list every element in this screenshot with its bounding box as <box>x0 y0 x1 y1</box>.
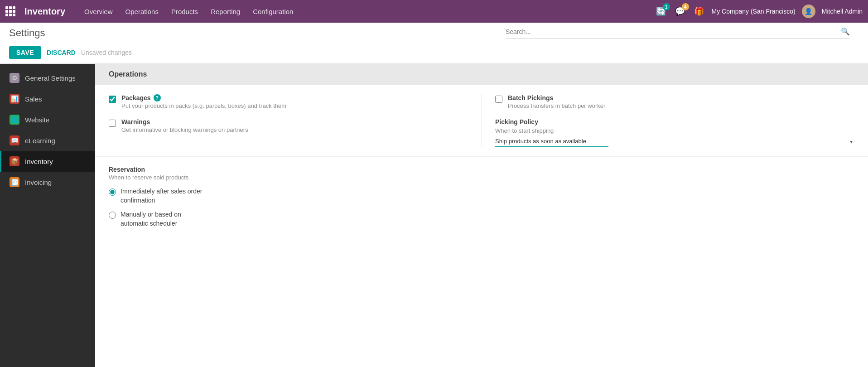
nav-products[interactable]: Products <box>166 5 203 18</box>
search-input[interactable] <box>506 28 841 35</box>
reservation-subtitle: When to reserve sold products <box>109 174 854 181</box>
search-bar: 🔍 <box>506 27 850 39</box>
gear-icon: ⚙ <box>10 73 19 83</box>
activity-notification[interactable]: 🔄 1 <box>655 5 667 18</box>
gift-icon[interactable]: 🎁 <box>693 5 705 18</box>
app-grid-icon[interactable] <box>5 6 15 16</box>
sidebar-label-sales: Sales <box>25 95 42 103</box>
top-nav-right: 🔄 1 💬 4 🎁 My Company (San Francisco) 👤 M… <box>655 5 863 18</box>
search-icon[interactable]: 🔍 <box>841 27 850 36</box>
reservation-option-immediate: Immediately after sales orderconfirmatio… <box>109 187 854 205</box>
picking-policy-subtitle: When to start shipping <box>495 127 854 134</box>
picking-policy-title: Picking Policy <box>495 118 854 126</box>
nav-operations[interactable]: Operations <box>120 5 164 18</box>
sidebar-item-invoicing[interactable]: 🧾 Invoicing <box>0 172 95 193</box>
nav-overview[interactable]: Overview <box>79 5 118 18</box>
warnings-setting: Warnings Get informative or blocking war… <box>109 118 468 133</box>
packages-help-icon[interactable]: ? <box>154 94 161 101</box>
batch-pickings-setting: Batch Pickings Process transfers in batc… <box>495 94 854 109</box>
sidebar-item-general-settings[interactable]: ⚙ General Settings <box>0 68 95 88</box>
settings-grid: Packages ? Put your products in packs (e… <box>95 85 868 157</box>
packages-info: Packages ? Put your products in packs (e… <box>121 94 468 109</box>
sidebar-label-general-settings: General Settings <box>25 74 76 82</box>
warnings-title: Warnings <box>121 118 468 126</box>
sidebar-item-sales[interactable]: 📊 Sales <box>0 88 95 109</box>
discard-button[interactable]: DISCARD <box>47 49 76 56</box>
picking-policy-select[interactable]: Ship products as soon as available Ship … <box>495 136 608 147</box>
body-layout: ⚙ General Settings 📊 Sales 🌐 Website 📖 e… <box>0 64 868 367</box>
reservation-option-manual: Manually or based onautomatic scheduler <box>109 210 854 228</box>
sidebar-label-website: Website <box>25 116 49 124</box>
page-title: Settings <box>9 27 45 43</box>
batch-pickings-title: Batch Pickings <box>508 94 854 101</box>
invoice-icon: 🧾 <box>10 177 19 187</box>
packages-checkbox[interactable] <box>109 96 116 103</box>
reservation-radio-group: Immediately after sales orderconfirmatio… <box>109 187 854 228</box>
sidebar-label-invoicing: Invoicing <box>25 179 52 186</box>
sidebar-item-website[interactable]: 🌐 Website <box>0 109 95 130</box>
message-badge: 4 <box>682 3 689 10</box>
warnings-checkbox[interactable] <box>109 120 116 127</box>
reservation-title: Reservation <box>109 166 854 173</box>
picking-policy-select-wrapper: Ship products as soon as available Ship … <box>495 136 854 147</box>
section-header: Operations <box>95 64 868 85</box>
reservation-section: Reservation When to reserve sold product… <box>95 157 868 237</box>
app-brand: Inventory <box>24 6 65 17</box>
reservation-label-immediate: Immediately after sales orderconfirmatio… <box>121 187 203 205</box>
settings-right: Batch Pickings Process transfers in batc… <box>482 94 854 147</box>
settings-left: Packages ? Put your products in packs (e… <box>109 94 482 147</box>
batch-pickings-info: Batch Pickings Process transfers in batc… <box>508 94 854 109</box>
warnings-desc: Get informative or blocking warnings on … <box>121 126 468 133</box>
reservation-radio-manual[interactable] <box>109 212 116 219</box>
sidebar: ⚙ General Settings 📊 Sales 🌐 Website 📖 e… <box>0 64 95 367</box>
packages-title: Packages ? <box>121 94 468 101</box>
unsaved-changes-label: Unsaved changes <box>81 49 132 56</box>
picking-policy-section: Picking Policy When to start shipping Sh… <box>495 118 854 147</box>
globe-icon: 🌐 <box>10 115 19 125</box>
save-button[interactable]: SAVE <box>9 46 41 59</box>
activity-badge: 1 <box>663 3 670 10</box>
batch-pickings-desc: Process transfers in batch per worker <box>508 102 854 109</box>
chart-icon: 📊 <box>10 94 19 104</box>
nav-links: Overview Operations Products Reporting C… <box>79 5 646 18</box>
book-icon: 📖 <box>10 135 19 145</box>
sidebar-item-elearning[interactable]: 📖 eLearning <box>0 130 95 151</box>
main-content: Operations Packages ? Put your products … <box>95 64 868 367</box>
box-icon: 📦 <box>10 156 19 166</box>
company-name[interactable]: My Company (San Francisco) <box>712 8 796 15</box>
packages-setting: Packages ? Put your products in packs (e… <box>109 94 468 109</box>
nav-configuration[interactable]: Configuration <box>247 5 299 18</box>
avatar[interactable]: 👤 <box>802 5 815 18</box>
sidebar-label-elearning: eLearning <box>25 137 55 145</box>
subheader: Settings 🔍 SAVE DISCARD Unsaved changes <box>0 23 868 64</box>
message-notification[interactable]: 💬 4 <box>674 5 686 18</box>
packages-desc: Put your products in packs (e.g. parcels… <box>121 102 468 109</box>
section-title: Operations <box>109 70 147 78</box>
reservation-label-manual: Manually or based onautomatic scheduler <box>121 210 181 228</box>
warnings-info: Warnings Get informative or blocking war… <box>121 118 468 133</box>
subheader-row: Settings 🔍 <box>9 27 859 43</box>
subheader-actions: SAVE DISCARD Unsaved changes <box>9 46 859 63</box>
user-name[interactable]: Mitchell Admin <box>822 8 863 15</box>
top-navigation: Inventory Overview Operations Products R… <box>0 0 868 23</box>
sidebar-item-inventory[interactable]: 📦 Inventory <box>0 151 95 172</box>
nav-reporting[interactable]: Reporting <box>205 5 246 18</box>
reservation-radio-immediate[interactable] <box>109 188 116 196</box>
batch-pickings-checkbox[interactable] <box>495 96 502 103</box>
sidebar-label-inventory: Inventory <box>25 158 53 165</box>
